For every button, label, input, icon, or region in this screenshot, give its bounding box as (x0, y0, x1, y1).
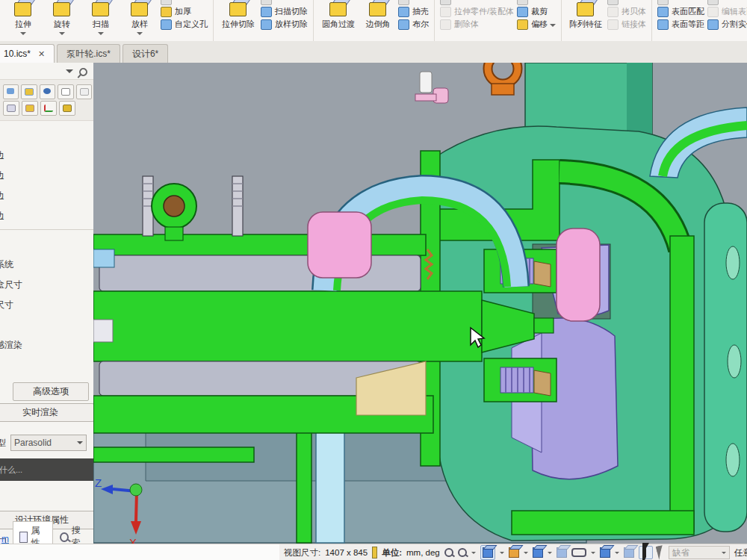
extrude-part-assembly-button[interactable]: 拉伸零件/装配体 (440, 5, 514, 18)
display-options-tree: 显示 零件边 曲面边 轮廓边 隐藏边 (0, 125, 93, 226)
chevron-down-icon[interactable] (98, 32, 104, 38)
select-cursor-button[interactable] (639, 546, 653, 559)
fillet-button[interactable]: 圆角过渡 (317, 0, 359, 30)
glasses-icon[interactable] (571, 548, 586, 557)
split-solid-surface-button[interactable]: 分割实体表面 (707, 18, 747, 31)
advanced-options-button[interactable]: 高级选项 (13, 382, 89, 401)
tree-item-physical-size[interactable]: 物理尺寸 (0, 295, 93, 315)
scene-options-tree: 光源 坐标系统 包围盒尺寸 物理尺寸 渲染 真实感渲染 VR (0, 234, 93, 376)
ghost-cube-icon[interactable] (557, 547, 567, 558)
loft-button[interactable]: 放样 (120, 0, 159, 38)
config-select[interactable]: 缺省 (669, 546, 730, 559)
grid-icon[interactable] (3, 101, 19, 116)
triad-icon[interactable] (40, 101, 57, 116)
zoom-out-icon[interactable] (444, 548, 453, 557)
kernel-select[interactable]: Parasolid (10, 435, 87, 451)
custom-hole-button[interactable]: 自定义孔 (161, 18, 208, 31)
tree-item-silhouette-edges[interactable]: 轮廓边 (0, 186, 93, 206)
render-mode-icon[interactable] (509, 547, 519, 558)
ribbon-group-cut: 拉伸切除 扫描切除 放样切除 (214, 0, 314, 41)
tree-item-bounding-box[interactable]: 包围盒尺寸 (0, 275, 93, 295)
delete-body-button[interactable]: 删除体 (440, 18, 514, 31)
pin-icon[interactable] (78, 66, 89, 77)
tree-item-hidden-edges[interactable]: 隐藏边 (0, 206, 93, 226)
tree-item-part-edges[interactable]: 零件边 (0, 146, 93, 166)
frame-icon[interactable] (76, 84, 92, 99)
chevron-down-icon[interactable] (524, 552, 528, 556)
surface-display-icon[interactable] (21, 84, 37, 99)
parts-icon[interactable] (22, 101, 38, 116)
document-tab-impeller[interactable]: 泵叶轮.ics* (57, 44, 120, 63)
tree-section-render[interactable]: 渲染 (0, 315, 93, 335)
shaded-cube-icon[interactable] (600, 547, 610, 558)
tree-item-lights[interactable]: 光源 (0, 234, 93, 255)
edit-surface-radius-button[interactable]: 编辑表面半径 (707, 5, 747, 18)
close-icon[interactable]: ✕ (38, 49, 45, 59)
kernel-row: 内核类型 Parasolid (0, 435, 94, 451)
copy-body-button[interactable]: 拷贝体 (607, 5, 646, 18)
tree-item-realistic-render[interactable]: 真实感渲染 (0, 335, 93, 355)
boolean-button[interactable]: 布尔 (398, 18, 429, 31)
shell-button[interactable]: 抽壳 (398, 5, 429, 18)
3d-viewport[interactable]: Z X (93, 63, 747, 544)
chevron-down-icon[interactable] (550, 24, 556, 30)
pattern-feature-button[interactable]: 阵列特征 (565, 0, 606, 30)
surface-match-icon (657, 7, 669, 17)
chevron-down-icon[interactable] (137, 32, 143, 38)
seal-ring-pink (557, 228, 600, 321)
view-orientation-button[interactable] (480, 545, 495, 560)
overlay-text: 什么... (0, 464, 22, 476)
extrude-cut-button[interactable]: 拉伸切除 (217, 0, 259, 30)
chevron-down-icon[interactable] (548, 552, 552, 556)
quality-badge-icon[interactable] (40, 84, 55, 99)
chamfer-button[interactable]: 边倒角 (359, 0, 397, 30)
tab-search[interactable]: 搜索 (53, 521, 93, 544)
extrude-part-icon (440, 7, 451, 17)
pump-section-model: Z X (93, 63, 747, 544)
ruler-icon[interactable] (372, 547, 377, 559)
document-tab-design6[interactable]: 设计6* (123, 44, 168, 63)
sweep-cut-button[interactable]: 扫描切除 (261, 5, 308, 18)
chevron-down-icon[interactable] (20, 32, 26, 38)
offset-button[interactable]: 偏移 (517, 18, 556, 31)
pattern-feature-icon (574, 0, 597, 16)
clipped-toolbar-item (707, 0, 747, 5)
trim-button[interactable]: 裁剪 (517, 5, 556, 18)
panel-bottom-tabs: 属性 搜索 (0, 535, 93, 544)
chevron-down-icon[interactable] (500, 552, 504, 556)
upper-bore (99, 255, 421, 291)
chevron-down-icon[interactable] (615, 552, 619, 556)
loft-cut-button[interactable]: 放样切除 (261, 18, 308, 31)
edit-sheet-icon[interactable] (58, 84, 73, 99)
chevron-down-icon[interactable] (471, 552, 476, 556)
video-overlay[interactable]: ❮ 什么... (0, 458, 94, 481)
loft-icon (128, 0, 151, 16)
camera-cube-icon[interactable] (533, 547, 543, 558)
chevron-down-icon[interactable] (591, 552, 595, 556)
tab-properties[interactable]: 属性 (13, 521, 53, 544)
chevron-down-icon[interactable] (66, 69, 73, 77)
tree-item-coordinate-system[interactable]: 坐标系统 (0, 255, 93, 275)
ribbon-group-modify: 圆角过渡 边倒角 抽壳 布尔 (314, 0, 435, 41)
cursor-icon[interactable] (656, 545, 666, 560)
bearing-housing-section (93, 234, 426, 255)
link-body-button[interactable]: 链接体 (607, 18, 646, 31)
thicken-button[interactable]: 加厚 (161, 5, 208, 18)
surface-offset-button[interactable]: 表面等距 (657, 18, 704, 31)
realtime-render-button[interactable]: 实时渲染 (0, 403, 94, 422)
solid-block-icon[interactable] (59, 101, 75, 116)
render-settings-icon[interactable] (3, 84, 19, 99)
pattern-extra-column: 拷贝体 链接体 (607, 0, 646, 31)
tree-item-surface-edges[interactable]: 曲面边 (0, 166, 93, 186)
tree-section-display[interactable]: 显示 (0, 125, 93, 146)
chevron-down-icon[interactable] (59, 32, 65, 38)
document-tab-current[interactable]: 10.ics* ✕ (0, 44, 55, 63)
sweep-button[interactable]: 扫描 (81, 0, 120, 38)
extrude-button[interactable]: 拉伸 (4, 0, 43, 38)
zoom-window-icon[interactable] (458, 548, 467, 557)
tree-item-vr[interactable]: VR (0, 355, 93, 376)
revolve-button[interactable]: 旋转 (43, 0, 81, 38)
delete-body-icon (440, 19, 451, 30)
surface-match-button[interactable]: 表面匹配 (657, 5, 704, 18)
boolean-icon (398, 19, 409, 30)
